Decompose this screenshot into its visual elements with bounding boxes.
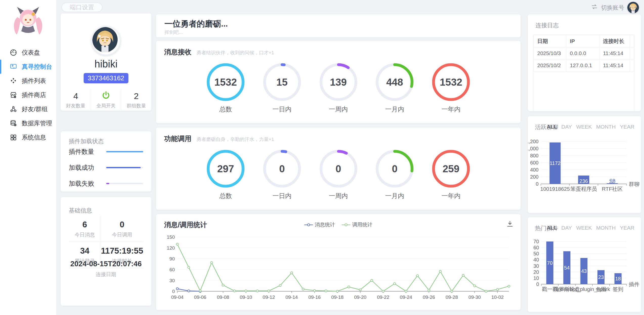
ring-gauge: 448 — [376, 63, 414, 101]
svg-text:1172: 1172 — [550, 160, 561, 166]
ring-label: 一日内 — [272, 192, 291, 200]
log-row: 2025/10/2127.0.0.111:45:14 — [534, 59, 634, 71]
sidebar-item-store[interactable]: 插件商店 — [0, 88, 56, 102]
ring-label: 总数 — [219, 192, 232, 200]
power-icon[interactable] — [91, 91, 121, 101]
sidebar-item-database[interactable]: 数据库管理 — [0, 116, 56, 130]
info-value: 6 — [69, 220, 101, 229]
plugin-status-row: 加载成功 — [69, 163, 143, 172]
tab-day[interactable]: DAY — [561, 225, 572, 231]
sidebar-item-label: 数据库管理 — [22, 119, 52, 127]
store-icon — [10, 91, 17, 99]
card-title: 消息接收 — [164, 47, 191, 57]
sidebar-item-system[interactable]: 系统信息 — [0, 130, 56, 144]
call-stats-card: 功能调用 勇者磨砺自身，辛勤的汗水，力量+1 297总数0一日内0一周内0一月内… — [156, 128, 521, 210]
hot-plugins-card: 热门插件 ALLDAYWEEKMONTHYEAR 010203040506070… — [528, 217, 641, 312]
connect-date-value: 2024-08-15T20:07:46 — [61, 260, 151, 268]
plugin-status-card: 插件加载状态 插件数量加载成功加载失败 — [61, 131, 151, 191]
stat-label: 群组数量 — [121, 103, 151, 109]
groups-bar-chart: 02004006008001,0001,20011721001918625236… — [528, 131, 641, 212]
progress-label: 加载成功 — [69, 163, 94, 172]
tab-all[interactable]: ALL — [547, 225, 557, 231]
svg-text:200: 200 — [530, 174, 539, 180]
tab-day[interactable]: DAY — [561, 124, 572, 130]
log-column-header: IP — [566, 35, 599, 47]
sidebar-item-friends[interactable]: 好友/群组 — [0, 102, 56, 116]
switch-account-button[interactable]: 切换账号 — [591, 2, 639, 13]
stat-ring: 259一年内 — [432, 150, 470, 200]
tab-all[interactable]: ALL — [547, 124, 557, 130]
sidebar-item-plugins[interactable]: 插件列表 — [0, 74, 56, 88]
system-icon — [10, 134, 17, 141]
info-label: 今日调用 — [101, 231, 143, 238]
header-card: 一位勇者的磨砺... 挥剑吧... — [156, 14, 521, 37]
ring-label: 一周内 — [329, 105, 348, 113]
connect-date: 2024-08-15T20:07:46 连接日期 — [61, 260, 151, 278]
plugins-icon — [10, 77, 17, 85]
account-avatar[interactable] — [627, 2, 639, 13]
port-settings-button[interactable]: 端口设置 — [61, 3, 102, 12]
svg-text:40: 40 — [533, 257, 539, 262]
svg-text:20: 20 — [533, 269, 539, 275]
stat-ring: 448一月内 — [376, 63, 414, 113]
ring-gauge: 0 — [319, 150, 357, 188]
ring-label: 一周内 — [329, 192, 348, 200]
log-cell: 127.0.0.1 — [566, 59, 599, 71]
friends-icon — [10, 105, 17, 113]
svg-text:1,200: 1,200 — [528, 139, 539, 144]
svg-text:150: 150 — [167, 234, 175, 240]
card-title: 插件加载状态 — [69, 137, 104, 145]
tab-month[interactable]: MONTH — [596, 225, 616, 231]
sidebar-item-label: 真寻控制台 — [22, 63, 52, 71]
profile-stat: 全局开关 — [91, 89, 121, 111]
card-title: 功能调用 — [164, 134, 191, 143]
sidebar-item-console[interactable]: 真寻控制台 — [0, 60, 56, 74]
active-groups-card: 活跃群聊 ALLDAYWEEKMONTHYEAR 02004006008001,… — [528, 116, 641, 213]
svg-text:插件: 插件 — [629, 281, 639, 287]
log-row: 2025/10/30.0.0.011:45:14 — [534, 47, 634, 59]
stat-value: 4 — [61, 91, 91, 101]
progress-bar — [106, 183, 143, 184]
svg-text:09-10: 09-10 — [240, 295, 252, 300]
svg-text:400: 400 — [530, 167, 539, 173]
ring-gauge: 1532 — [207, 63, 245, 101]
log-cell: 11:45:14 — [599, 59, 630, 71]
sidebar-item-label: 插件商店 — [22, 91, 46, 99]
switch-arrows-icon — [591, 3, 598, 12]
plugin-status-row: 插件数量 — [69, 148, 143, 156]
dashboard-page: 仪表盘真寻控制台插件列表插件商店好友/群组数据库管理系统信息 端口设置 切换账号 — [0, 0, 644, 315]
tab-week[interactable]: WEEK — [576, 124, 592, 130]
svg-text:0: 0 — [172, 289, 175, 294]
ring-value: 0 — [319, 150, 357, 188]
sidebar-item-label: 插件列表 — [22, 77, 46, 85]
svg-text:09-22: 09-22 — [377, 295, 389, 300]
stat-label: 好友数量 — [61, 103, 91, 109]
app-logo — [8, 4, 48, 41]
page-subtitle: 挥剑吧... — [164, 29, 183, 36]
svg-text:10: 10 — [533, 275, 539, 281]
basic-info-card: 基础信息 6今日消息0今日调用34累计登录1175:19:55连接时长 2024… — [61, 197, 151, 306]
svg-text:54: 54 — [564, 265, 570, 271]
svg-text:30: 30 — [533, 263, 539, 269]
svg-text:群聊: 群聊 — [629, 181, 639, 187]
console-icon — [10, 63, 17, 70]
profile-card: hibiki 3373463162 4好友数量全局开关2群组数量 — [61, 13, 151, 111]
stat-ring: 0一周内 — [319, 150, 357, 200]
stat-ring: 139一周内 — [319, 63, 357, 113]
ring-value: 1532 — [432, 63, 470, 101]
tab-week[interactable]: WEEK — [576, 225, 592, 231]
sidebar-item-gauge[interactable]: 仪表盘 — [0, 45, 56, 60]
log-column-header: 日期 — [534, 35, 566, 47]
tab-month[interactable]: MONTH — [596, 124, 616, 130]
profile-avatar — [91, 26, 121, 55]
tab-year[interactable]: YEAR — [620, 225, 634, 231]
card-subtitle: 勇者磨砺自身，辛勤的汗水，力量+1 — [197, 136, 274, 143]
svg-text:0: 0 — [536, 281, 539, 287]
log-cell: 2025/10/2 — [534, 59, 566, 71]
tab-year[interactable]: YEAR — [620, 124, 634, 130]
profile-stat: 4好友数量 — [61, 89, 91, 111]
ring-gauge: 0 — [376, 150, 414, 188]
ring-label: 一年内 — [442, 192, 461, 200]
message-stats-card: 消息接收 勇者结识伙伴，收到的问候，口才+1 1532总数15一日内139一周内… — [156, 41, 521, 123]
progress-fill — [106, 183, 109, 184]
